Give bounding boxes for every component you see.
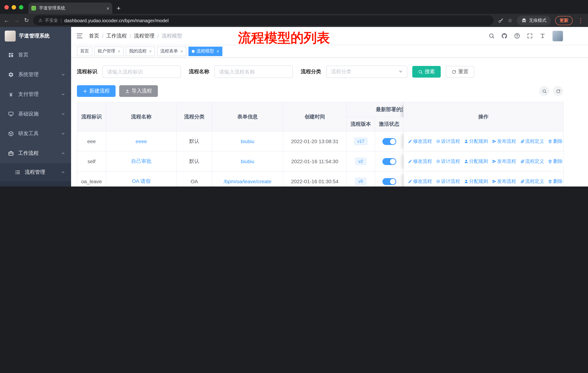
security-warning-icon: ⚠ [38,18,42,23]
model-category: OA [177,171,212,186]
sidebar-item-process-management[interactable]: 流程管理 [0,163,71,181]
tag-tenant[interactable]: 租户管理 × [94,46,124,56]
model-name-link[interactable]: OA 请假 [132,178,151,184]
sidebar-item-dev-tools[interactable]: 研发工具 [0,124,71,143]
action-edit-process[interactable]: 修改流程 [408,138,432,145]
action-delete[interactable]: 删除 [548,178,563,185]
forward-icon[interactable]: → [14,18,20,23]
process-key-input[interactable] [102,66,181,78]
form-link[interactable]: /bpm/oa/leave/create [224,179,271,184]
col-header-created: 创建时间 [283,102,347,131]
tag-process-form[interactable]: 流程表单 × [157,46,186,56]
action-delete[interactable]: 删除 [548,138,563,145]
github-icon[interactable] [501,33,507,39]
tag-close-icon[interactable]: × [149,49,152,54]
action-label: 设计流程 [441,178,460,185]
action-assign-rule[interactable]: 分配规则 [464,178,488,185]
key-icon[interactable] [498,18,503,23]
fullscreen-icon[interactable] [527,33,533,39]
close-window-button[interactable] [4,5,9,10]
active-toggle[interactable] [382,138,396,145]
action-design-process[interactable]: 设计流程 [436,158,460,165]
action-design-process[interactable]: 设计流程 [436,138,460,145]
action-process-definition[interactable]: 流程定义 [520,158,544,165]
action-assign-rule[interactable]: 分配规则 [464,138,488,145]
search-button[interactable]: 搜索 [412,66,441,78]
action-delete[interactable]: 删除 [548,158,563,165]
process-category-select[interactable]: 流程分类 [326,66,407,78]
chevron-down-icon [61,92,65,97]
process-name-input[interactable] [214,66,293,78]
refresh-icon [556,89,560,93]
incognito-label: 无痕模式 [529,17,546,23]
action-publish-process[interactable]: 发布流程 [492,158,516,165]
created-time: 2022-01-20 13:08:31 [283,131,347,151]
action-label: 设计流程 [441,138,460,145]
version-badge[interactable]: v5 [355,178,366,185]
model-name-link[interactable]: eeee [136,138,147,144]
action-design-process[interactable]: 设计流程 [436,178,460,185]
update-browser-button[interactable]: 更新 [555,16,573,25]
tag-my-process[interactable]: 我的流程 × [126,46,155,56]
active-toggle[interactable] [382,178,396,185]
import-process-button[interactable]: 导入流程 [119,85,158,97]
tag-close-icon[interactable]: × [118,49,120,54]
search-icon[interactable] [488,33,495,39]
help-icon[interactable] [514,33,520,39]
new-tab-button[interactable]: + [112,5,125,14]
briefcase-icon [8,151,14,156]
tag-home[interactable]: 首页 [77,46,92,56]
action-assign-rule[interactable]: 分配规则 [464,158,488,165]
sidebar-item-process-form[interactable]: 流程表单 [0,181,71,186]
show-search-button[interactable] [539,86,549,96]
form-link[interactable]: biubiu [241,159,254,164]
back-icon[interactable]: ← [4,18,10,23]
breadcrumb-separator: / [130,33,131,39]
refresh-table-button[interactable] [553,86,563,96]
tag-close-icon[interactable]: × [180,49,183,54]
sidebar-item-system[interactable]: 系统管理 [0,65,71,84]
page-content: 流程标识 流程名称 流程分类 流程分类 搜索 重置 [71,58,563,186]
action-publish-process[interactable]: 发布流程 [492,178,516,185]
action-edit-process[interactable]: 修改流程 [408,178,432,185]
reset-button[interactable]: 重置 [446,66,474,78]
create-process-button[interactable]: 新建流程 [77,85,116,97]
app-logo[interactable]: 芋道管理系统 [0,27,71,45]
zoom-window-button[interactable] [19,5,23,10]
reload-icon[interactable]: ↻ [24,18,29,23]
collapse-sidebar-icon[interactable] [76,32,83,39]
sidebar-item-home[interactable]: 首页 [0,45,71,65]
tag-process-model[interactable]: 流程模型 × [189,46,222,56]
col-header-category: 流程分类 [177,102,212,131]
address-bar[interactable]: ⚠ 不安全 | dashboard.yudao.iocoder.cn/bpm/m… [33,15,494,26]
action-process-definition[interactable]: 流程定义 [520,138,544,145]
browser-tab[interactable]: 芋道管理系统 × [28,2,112,14]
breadcrumb-item[interactable]: 首页 [89,33,99,39]
created-time: 2022-01-16 01:30:54 [283,171,347,186]
version-badge[interactable]: v17 [354,138,368,145]
version-badge[interactable]: v2 [355,158,366,165]
active-toggle[interactable] [382,158,396,165]
sidebar-item-workflow[interactable]: 工作流程 [0,143,71,163]
tab-close-icon[interactable]: × [106,5,109,11]
action-publish-process[interactable]: 发布流程 [492,138,516,145]
browser-toolbar: ← → ↻ ⚠ 不安全 | dashboard.yudao.iocoder.cn… [0,14,588,27]
breadcrumb-item[interactable]: 工作流程 [106,33,127,39]
form-link[interactable]: biubiu [241,138,254,144]
design-icon [436,179,440,184]
bookmark-star-icon[interactable]: ☆ [508,17,513,24]
minimize-window-button[interactable] [12,5,16,10]
browser-menu-icon[interactable]: ⋮ [577,17,584,24]
breadcrumb-item[interactable]: 流程管理 [134,33,155,39]
action-edit-process[interactable]: 修改流程 [408,158,432,165]
tag-close-icon[interactable]: × [217,49,219,54]
sidebar-item-label: 系统管理 [18,71,39,78]
url-text[interactable]: dashboard.yudao.iocoder.cn/bpm/manager/m… [64,18,488,23]
sidebar-item-payment[interactable]: ¥ 支付管理 [0,84,71,104]
sidebar-item-infrastructure[interactable]: 基础设施 [0,104,71,124]
model-name-link[interactable]: 自己审批 [131,158,151,164]
trash-icon [548,139,552,143]
action-process-definition[interactable]: 流程定义 [520,178,544,185]
font-size-icon[interactable] [539,33,546,39]
user-avatar[interactable] [552,30,563,41]
